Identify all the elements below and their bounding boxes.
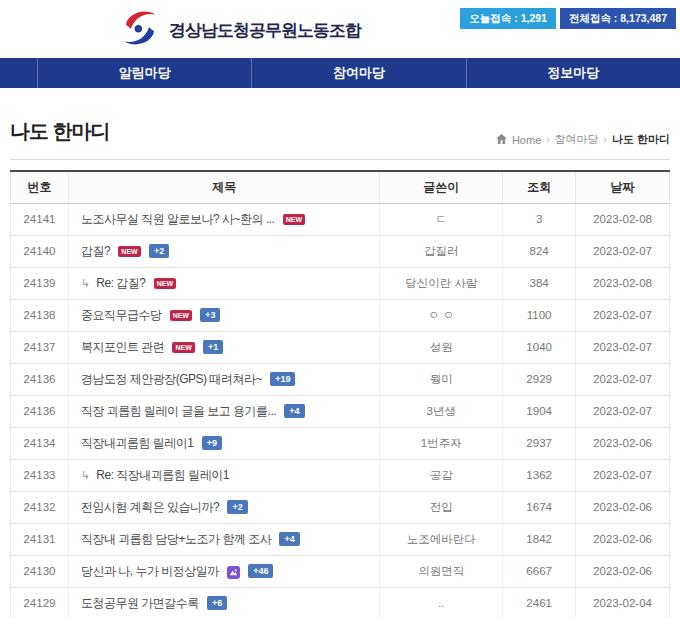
post-title-link[interactable]: Re: 갑질? [96,276,145,290]
new-badge: NEW [154,278,176,289]
table-row: 24131 직장내 괴롭힘 담당+노조가 함께 조사 +4 노조에바란다 184… [11,523,670,555]
post-title-cell: 경남도정 제안광장(GPS) 때려쳐라~ +19 [68,363,379,395]
post-date: 2023-02-07 [576,395,670,427]
total-visitors-badge: 전체접속 : 8,173,487 [560,8,676,29]
post-views: 2937 [503,427,576,459]
comment-count-badge: +4 [279,532,299,546]
comment-count-badge: +4 [284,404,304,418]
column-header-title: 제목 [68,171,379,203]
post-date: 2023-02-06 [576,491,670,523]
post-title-link[interactable]: 경남도정 제안광장(GPS) 때려쳐라~ [81,372,262,386]
post-author: 갑질러 [380,235,503,267]
comment-count-badge: +6 [207,596,227,610]
site-title: 경상남도청공무원노동조합 [169,19,361,42]
post-title-cell: 도청공무원 가면갈수록 +6 [68,587,379,618]
comment-count-badge: +19 [270,372,295,386]
post-views: 1100 [503,299,576,331]
new-badge: NEW [283,214,305,225]
breadcrumb-separator: › [604,134,607,145]
post-date: 2023-02-07 [576,299,670,331]
nav-item-alert-madang[interactable]: 알림마당 [38,58,252,88]
table-row: 24134 직장내괴롭힘 릴레이1 +9 1번주자 2937 2023-02-0… [11,427,670,459]
post-number: 24138 [11,299,69,331]
post-title-link[interactable]: 전임시험 계획은 있습니까? [81,500,219,514]
post-date: 2023-02-04 [576,587,670,618]
post-number: 24133 [11,459,69,491]
post-title-cell: 직장내 괴롭힘 담당+노조가 함께 조사 +4 [68,523,379,555]
post-number: 24134 [11,427,69,459]
post-date: 2023-02-06 [576,427,670,459]
site-header: 경상남도청공무원노동조합 오늘접속 : 1,291 전체접속 : 8,173,4… [0,0,680,58]
new-badge: NEW [118,246,140,257]
comment-count-badge: +1 [203,340,223,354]
post-number: 24137 [11,331,69,363]
post-views: 1904 [503,395,576,427]
post-views: 6667 [503,555,576,587]
post-number: 24129 [11,587,69,618]
table-row: 24132 전임시험 계획은 있습니까? +2 전입 1674 2023-02-… [11,491,670,523]
site-logo[interactable]: 경상남도청공무원노동조합 [118,9,361,51]
post-views: 1362 [503,459,576,491]
board-table: 번호 제목 글쓴이 조회 날짜 24141 노조사무실 직원 알로보나? 사~환… [10,170,670,618]
column-header-date: 날짜 [576,171,670,203]
post-date: 2023-02-08 [576,267,670,299]
main-nav: 알림마당 참여마당 정보마당 [0,58,680,88]
column-header-views: 조회 [503,171,576,203]
post-views: 1040 [503,331,576,363]
post-date: 2023-02-08 [576,203,670,235]
post-title-cell: 노조사무실 직원 알로보나? 사~환의 ... NEW [68,203,379,235]
post-author: 뭥미 [380,363,503,395]
post-title-link[interactable]: Re: 직장내괴롭힘 릴레이1 [96,468,229,482]
post-date: 2023-02-06 [576,523,670,555]
post-number: 24131 [11,523,69,555]
table-row: 24139 ↳ Re: 갑질? NEW 당신이란 사람 384 2023-02-… [11,267,670,299]
visitor-stats: 오늘접속 : 1,291 전체접속 : 8,173,487 [460,8,676,29]
post-author: 당신이란 사람 [380,267,503,299]
post-author: 의원면직 [380,555,503,587]
breadcrumb-current: 나도 한마디 [612,132,670,147]
post-author: 노조에바란다 [380,523,503,555]
table-row: 24129 도청공무원 가면갈수록 +6 .. 2461 2023-02-04 [11,587,670,618]
post-author: 3년생 [380,395,503,427]
post-title-link[interactable]: 직장내괴롭힘 릴레이1 [81,436,194,450]
post-date: 2023-02-07 [576,363,670,395]
post-number: 24132 [11,491,69,523]
comment-count-badge: +2 [227,500,247,514]
nav-item-participation-madang[interactable]: 참여마당 [252,58,466,88]
table-row: 24141 노조사무실 직원 알로보나? 사~환의 ... NEW ㄷ 3 20… [11,203,670,235]
post-title-link[interactable]: 갑질? [81,244,110,258]
today-visitors-badge: 오늘접속 : 1,291 [460,8,556,29]
post-title-link[interactable]: 노조사무실 직원 알로보나? 사~환의 ... [81,212,275,226]
post-number: 24140 [11,235,69,267]
post-views: 1674 [503,491,576,523]
post-title-link[interactable]: 중요직무급수당 [81,308,162,322]
post-views: 2929 [503,363,576,395]
breadcrumb-section[interactable]: 참여마당 [555,132,599,147]
post-title-link[interactable]: 복지포인트 관련 [81,340,164,354]
post-date: 2023-02-07 [576,235,670,267]
new-badge: NEW [170,310,192,321]
post-number: 24136 [11,363,69,395]
post-title-link[interactable]: 직장 괴롭힘 릴레이 글을 보고 용기를... [81,404,276,418]
table-row: 24133 ↳ Re: 직장내괴롭힘 릴레이1 공감 1362 2023-02-… [11,459,670,491]
table-row: 24136 직장 괴롭힘 릴레이 글을 보고 용기를... +4 3년생 190… [11,395,670,427]
comment-count-badge: +2 [149,244,169,258]
post-title-cell: ↳ Re: 직장내괴롭힘 릴레이1 [68,459,379,491]
post-title-link[interactable]: 도청공무원 가면갈수록 [81,596,199,610]
post-title-cell: 전임시험 계획은 있습니까? +2 [68,491,379,523]
post-title-link[interactable]: 당신과 나, 누가 비정상일까 [81,564,219,578]
comment-count-badge: +3 [200,308,220,322]
post-title-cell: 직장 괴롭힘 릴레이 글을 보고 용기를... +4 [68,395,379,427]
post-number: 24141 [11,203,69,235]
comment-count-badge: +46 [248,564,273,578]
post-author: 1번주자 [380,427,503,459]
post-author: 성원 [380,331,503,363]
post-title-link[interactable]: 직장내 괴롭힘 담당+노조가 함께 조사 [81,532,271,546]
table-row: 24140 갑질? NEW +2 갑질러 824 2023-02-07 [11,235,670,267]
post-number: 24139 [11,267,69,299]
new-badge: NEW [172,342,194,353]
home-icon [496,134,507,146]
post-title-cell: 갑질? NEW +2 [68,235,379,267]
nav-item-info-madang[interactable]: 정보마당 [467,58,680,88]
breadcrumb-home[interactable]: Home [512,134,541,146]
